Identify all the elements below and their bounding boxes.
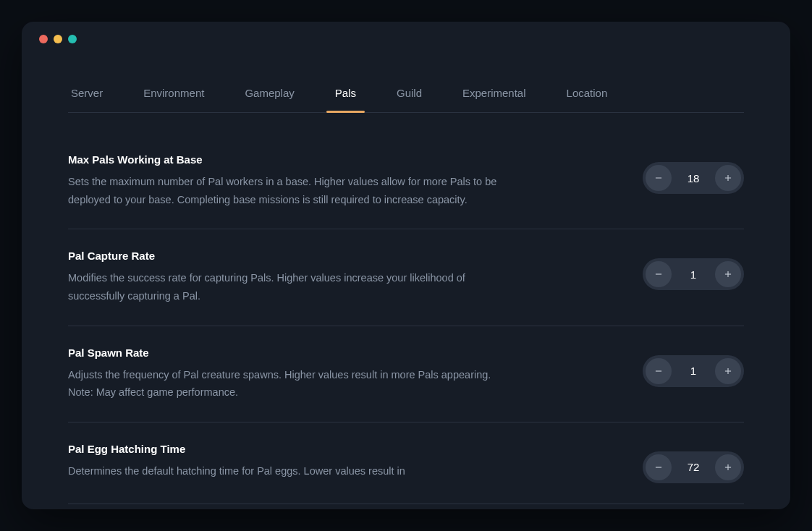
setting-row-pal-capture-rate: Pal Capture RateModifies the success rat…	[68, 229, 744, 326]
content-area: ServerEnvironmentGameplayPalsGuildExperi…	[22, 56, 790, 504]
stepper-value: 18	[672, 172, 715, 184]
stepper-value: 1	[672, 365, 715, 377]
setting-info: Pal Spawn RateAdjusts the frequency of P…	[68, 347, 502, 402]
close-icon[interactable]	[39, 35, 48, 43]
setting-description: Sets the maximum number of Pal workers i…	[68, 173, 502, 208]
decrement-button[interactable]	[646, 165, 672, 191]
tab-experimental[interactable]: Experimental	[460, 74, 529, 112]
plus-icon	[723, 173, 733, 183]
tab-guild[interactable]: Guild	[394, 74, 425, 112]
tab-pals[interactable]: Pals	[332, 74, 359, 112]
stepper-value: 1	[672, 268, 715, 281]
setting-row-pal-spawn-rate: Pal Spawn RateAdjusts the frequency of P…	[68, 326, 744, 422]
setting-info: Max Pals Working at BaseSets the maximum…	[68, 153, 502, 208]
tab-location[interactable]: Location	[564, 74, 611, 112]
app-window: ServerEnvironmentGameplayPalsGuildExperi…	[22, 22, 790, 509]
decrement-button[interactable]	[646, 358, 672, 384]
quantity-stepper: 18	[643, 162, 744, 194]
plus-icon	[723, 269, 733, 279]
tab-gameplay[interactable]: Gameplay	[242, 74, 297, 112]
plus-icon	[723, 366, 733, 376]
minus-icon	[654, 173, 664, 183]
tab-server[interactable]: Server	[68, 74, 106, 112]
decrement-button[interactable]	[646, 454, 672, 480]
setting-description: Modifies the success rate for capturing …	[68, 269, 502, 305]
setting-title: Pal Spawn Rate	[68, 347, 502, 359]
setting-row-pal-egg-hatching-time: Pal Egg Hatching TimeDetermines the defa…	[68, 422, 744, 504]
increment-button[interactable]	[715, 165, 741, 191]
setting-description: Adjusts the frequency of Pal creature sp…	[68, 366, 502, 402]
stepper-value: 72	[672, 461, 715, 473]
setting-row-max-pals-working: Max Pals Working at BaseSets the maximum…	[68, 130, 744, 229]
tab-bar: ServerEnvironmentGameplayPalsGuildExperi…	[68, 74, 744, 113]
quantity-stepper: 72	[643, 451, 744, 483]
settings-list: Max Pals Working at BaseSets the maximum…	[68, 113, 744, 504]
window-titlebar	[22, 22, 790, 56]
minus-icon	[654, 269, 664, 279]
increment-button[interactable]	[715, 454, 741, 480]
minus-icon	[654, 462, 664, 472]
setting-description: Determines the default hatching time for…	[68, 462, 502, 480]
setting-info: Pal Egg Hatching TimeDetermines the defa…	[68, 443, 502, 480]
maximize-icon[interactable]	[68, 35, 77, 43]
minus-icon	[654, 366, 664, 376]
quantity-stepper: 1	[643, 355, 744, 387]
decrement-button[interactable]	[646, 261, 672, 287]
setting-title: Max Pals Working at Base	[68, 153, 502, 166]
tab-environment[interactable]: Environment	[140, 74, 207, 112]
setting-title: Pal Capture Rate	[68, 250, 502, 262]
setting-title: Pal Egg Hatching Time	[68, 443, 502, 455]
plus-icon	[723, 462, 733, 472]
increment-button[interactable]	[715, 261, 741, 287]
minimize-icon[interactable]	[54, 35, 62, 43]
increment-button[interactable]	[715, 358, 741, 384]
setting-info: Pal Capture RateModifies the success rat…	[68, 250, 502, 305]
quantity-stepper: 1	[643, 258, 744, 290]
